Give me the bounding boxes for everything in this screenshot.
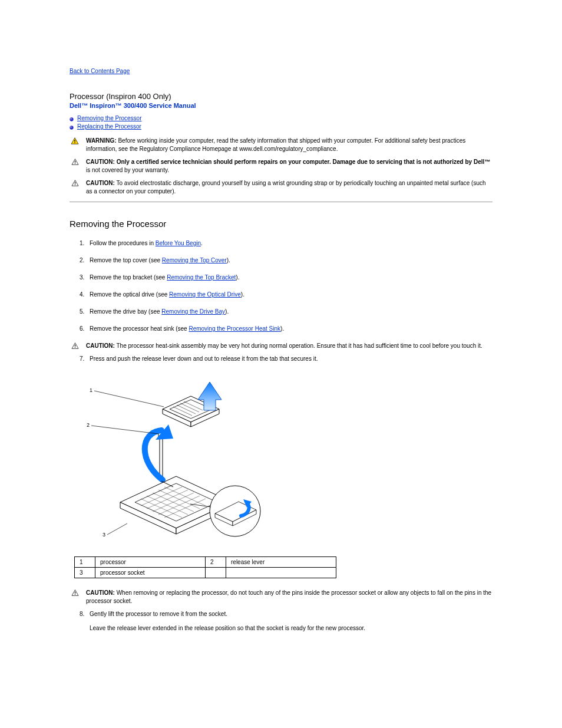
toc-link-remove[interactable]: Removing the Processor — [77, 115, 142, 121]
step-tail: . — [201, 240, 203, 246]
svg-point-3 — [71, 127, 72, 128]
caution-notice-4: CAUTION: When removing or replacing the … — [70, 589, 492, 605]
svg-rect-6 — [74, 142, 75, 143]
step-tail: ). — [241, 291, 244, 298]
legend-label: processor socket — [95, 568, 206, 578]
toc-item-replace: Replacing the Processor — [70, 123, 492, 130]
before-you-begin-link[interactable]: Before You Begin — [156, 240, 201, 246]
step-tail: ). — [280, 325, 284, 332]
warning-notice: WARNING: Before working inside your comp… — [70, 137, 492, 153]
caution-label: CAUTION: — [86, 180, 115, 186]
step-4: Remove the optical drive (see Removing t… — [86, 291, 492, 299]
svg-rect-14 — [74, 345, 75, 347]
bullet-icon — [70, 124, 74, 129]
warning-text: Before working inside your computer, rea… — [86, 137, 465, 152]
page-toc: Removing the Processor Replacing the Pro… — [70, 115, 492, 130]
caution-label: CAUTION: — [86, 589, 115, 596]
step-1: Follow the procedures in Before You Begi… — [86, 239, 492, 248]
step-text: Remove the optical drive (see — [90, 291, 169, 298]
caution1-tail: is not covered by your warranty. — [86, 167, 169, 173]
step-text: Gently lift the processor to remove it f… — [90, 611, 227, 617]
svg-point-0 — [70, 117, 73, 121]
procedure-steps-cont2: Gently lift the processor to remove it f… — [70, 610, 492, 633]
caution-notice-1: CAUTION: Only a certified service techni… — [70, 158, 492, 174]
step-7: Press and push the release lever down an… — [86, 355, 492, 363]
step-tail: ). — [227, 257, 230, 263]
svg-rect-53 — [74, 592, 75, 594]
svg-rect-9 — [74, 163, 75, 164]
heat-sink-link[interactable]: Removing the Processor Heat Sink — [189, 325, 280, 332]
caution-label: CAUTION: — [86, 159, 115, 165]
step-text: Remove the processor heat sink (see — [90, 325, 189, 332]
caution-notice-3: CAUTION: The processor heat-sink assembl… — [70, 342, 492, 350]
step-8b-text: Leave the release lever extended in the … — [90, 625, 365, 631]
svg-line-51 — [107, 523, 127, 535]
legend-label: processor — [95, 557, 206, 568]
legend-row: 3 processor socket — [75, 568, 336, 578]
step-text: Press and push the release lever down an… — [90, 355, 318, 362]
warning-icon — [70, 137, 80, 144]
svg-line-50 — [91, 426, 158, 434]
step-text: Remove the top cover (see — [90, 257, 162, 263]
callout-1: 1 — [90, 387, 92, 393]
caution3-text: The processor heat-sink assembly may be … — [117, 342, 482, 349]
step-text: Remove the top bracket (see — [90, 274, 167, 281]
caution-icon — [70, 158, 80, 165]
callout-2: 2 — [87, 422, 90, 428]
caution-icon — [70, 179, 80, 186]
figure-legend: 1 processor 2 release lever 3 processor … — [74, 556, 336, 578]
caution2-text: To avoid electrostatic discharge, ground… — [86, 180, 486, 195]
svg-line-49 — [94, 391, 164, 407]
drive-bay-link[interactable]: Removing the Drive Bay — [161, 308, 225, 315]
back-to-contents-link[interactable]: Back to Contents Page — [70, 68, 130, 74]
section-heading-remove: Removing the Processor — [70, 219, 492, 229]
svg-rect-5 — [74, 140, 75, 141]
step-5: Remove the drive bay (see Removing the D… — [86, 308, 492, 316]
caution1-lead: Only a certified service technician shou… — [117, 159, 491, 165]
caution-label: CAUTION: — [86, 342, 115, 349]
step-text: Follow the procedures in — [90, 240, 156, 246]
step-8: Gently lift the processor to remove it f… — [86, 610, 492, 633]
step-6: Remove the processor heat sink (see Remo… — [86, 325, 492, 333]
processor-figure: 1 2 3 1 processor 2 release lever 3 proc… — [74, 374, 492, 578]
svg-point-1 — [71, 118, 72, 120]
step-text: Remove the drive bay (see — [90, 308, 161, 315]
legend-num: 1 — [75, 557, 95, 568]
legend-num-empty — [206, 568, 226, 578]
bullet-icon — [70, 116, 74, 120]
caution-notice-2: CAUTION: To avoid electrostatic discharg… — [70, 179, 492, 196]
legend-row: 1 processor 2 release lever — [75, 557, 336, 568]
svg-rect-15 — [74, 347, 75, 348]
legend-num: 2 — [206, 557, 226, 568]
step-tail: ). — [236, 274, 239, 281]
svg-rect-11 — [74, 182, 75, 184]
top-bracket-link[interactable]: Removing the Top Bracket — [167, 274, 236, 281]
step-tail: ). — [225, 308, 229, 315]
toc-link-replace[interactable]: Replacing the Processor — [77, 123, 141, 130]
legend-label-empty — [226, 568, 336, 578]
toc-item-remove: Removing the Processor — [70, 115, 492, 121]
step-3: Remove the top bracket (see Removing the… — [86, 274, 492, 282]
svg-rect-8 — [74, 161, 75, 163]
legend-label: release lever — [226, 557, 336, 568]
procedure-steps: Follow the procedures in Before You Begi… — [70, 239, 492, 333]
step-2: Remove the top cover (see Removing the T… — [86, 256, 492, 265]
caution4-text: When removing or replacing the processor… — [86, 589, 491, 604]
svg-rect-12 — [74, 185, 75, 185]
warning-label: WARNING: — [86, 137, 117, 144]
svg-rect-54 — [74, 594, 75, 595]
callout-3: 3 — [103, 532, 105, 538]
legend-num: 3 — [75, 568, 95, 578]
optical-drive-link[interactable]: Removing the Optical Drive — [169, 291, 241, 298]
svg-point-2 — [70, 126, 73, 129]
caution-icon — [70, 589, 80, 596]
divider — [70, 202, 492, 202]
manual-subtitle: Dell™ Inspiron™ 300/400 Service Manual — [70, 102, 492, 109]
top-cover-link[interactable]: Removing the Top Cover — [162, 257, 227, 263]
page-title: Processor (Inspiron 400 Only) — [70, 92, 492, 101]
procedure-steps-cont: Press and push the release lever down an… — [70, 355, 492, 363]
caution-icon — [70, 342, 80, 349]
